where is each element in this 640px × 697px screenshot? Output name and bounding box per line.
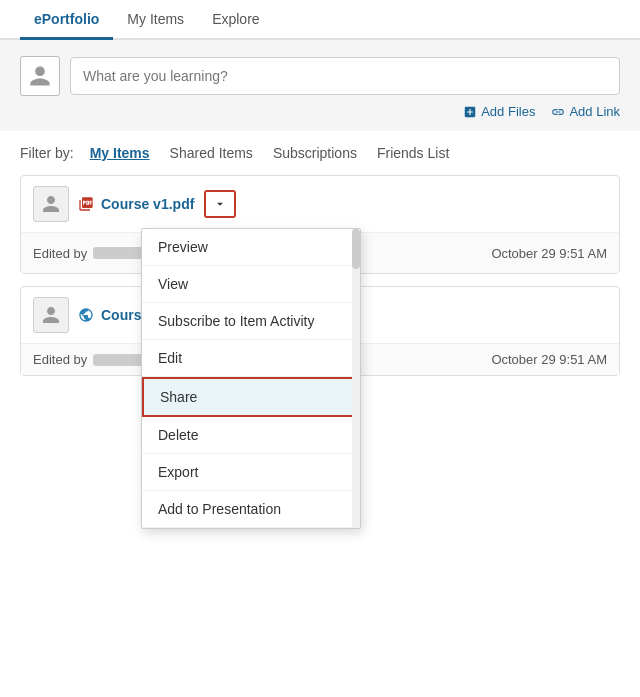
top-nav: ePortfolio My Items Explore: [0, 0, 640, 40]
pdf-icon: [77, 195, 95, 213]
filter-my-items[interactable]: My Items: [82, 143, 158, 163]
item-title[interactable]: Course v1.pdf: [101, 196, 194, 212]
menu-view[interactable]: View: [142, 266, 360, 303]
edited-by-label: Edited by: [33, 246, 87, 261]
filter-shared-items[interactable]: Shared Items: [162, 143, 261, 163]
dropdown-toggle-button[interactable]: [204, 190, 236, 218]
filter-friends-list[interactable]: Friends List: [369, 143, 457, 163]
menu-share[interactable]: Share: [142, 377, 360, 417]
items-list: Course v1.pdf Preview View Subscribe to …: [0, 175, 640, 376]
item-header: Course v1.pdf: [21, 176, 619, 232]
menu-preview[interactable]: Preview: [142, 229, 360, 266]
item-avatar: [33, 186, 69, 222]
dropdown-menu: Preview View Subscribe to Item Activity …: [141, 228, 361, 529]
nav-my-items[interactable]: My Items: [113, 1, 198, 40]
add-files-link[interactable]: Add Files: [463, 104, 535, 119]
menu-add-to-presentation[interactable]: Add to Presentation: [142, 491, 360, 528]
add-link-link[interactable]: Add Link: [551, 104, 620, 119]
scroll-thumb[interactable]: [352, 229, 360, 269]
nav-explore[interactable]: Explore: [198, 1, 273, 40]
filter-label: Filter by:: [20, 145, 74, 161]
search-input[interactable]: [70, 57, 620, 95]
item-title-area: Course v1.pdf: [77, 190, 607, 218]
dropdown-menu-inner: Preview View Subscribe to Item Activity …: [142, 229, 360, 528]
link-icon: [77, 306, 95, 324]
add-files-label: Add Files: [481, 104, 535, 119]
search-area: Add Files Add Link: [0, 40, 640, 131]
filter-bar: Filter by: My Items Shared Items Subscri…: [0, 131, 640, 175]
edited-by-label: Edited by: [33, 352, 87, 367]
item-row: Course v1.pdf Preview View Subscribe to …: [20, 175, 620, 274]
item-avatar: [33, 297, 69, 333]
item-timestamp: October 29 9:51 AM: [491, 352, 607, 367]
scroll-track: [352, 229, 360, 528]
menu-export[interactable]: Export: [142, 454, 360, 491]
item-timestamp: October 29 9:51 AM: [491, 246, 607, 261]
action-links: Add Files Add Link: [20, 104, 620, 119]
menu-edit[interactable]: Edit: [142, 340, 360, 377]
menu-delete[interactable]: Delete: [142, 417, 360, 454]
user-avatar: [20, 56, 60, 96]
menu-subscribe[interactable]: Subscribe to Item Activity: [142, 303, 360, 340]
filter-subscriptions[interactable]: Subscriptions: [265, 143, 365, 163]
nav-eportfolio[interactable]: ePortfolio: [20, 1, 113, 40]
add-link-label: Add Link: [569, 104, 620, 119]
